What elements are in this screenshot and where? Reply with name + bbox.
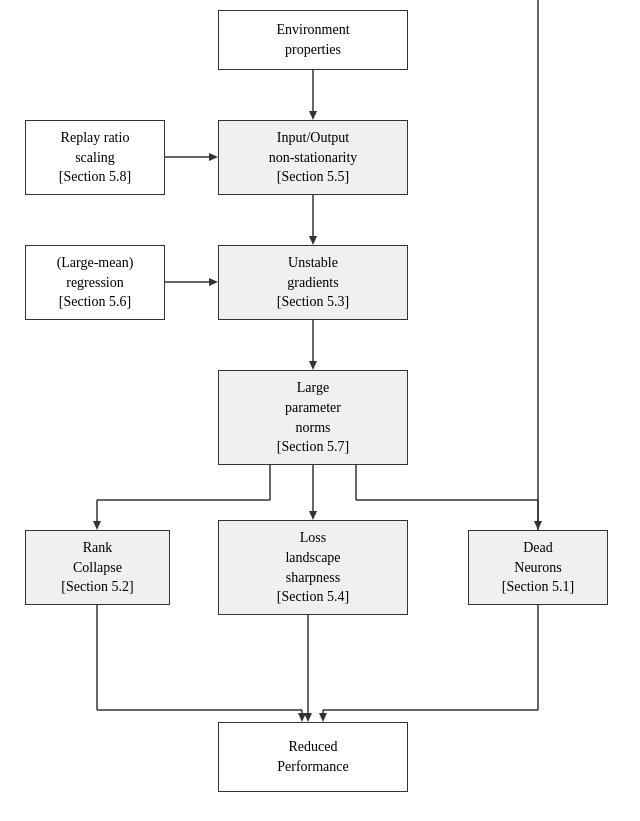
unstable-box: Unstablegradients[Section 5.3] — [218, 245, 408, 320]
replay-label: Replay ratioscaling[Section 5.8] — [59, 128, 131, 187]
env-box: Environmentproperties — [218, 10, 408, 70]
largenorm-box: Largeparameternorms[Section 5.7] — [218, 370, 408, 465]
svg-marker-19 — [534, 521, 542, 530]
replay-box: Replay ratioscaling[Section 5.8] — [25, 120, 165, 195]
largemean-box: (Large-mean)regression[Section 5.6] — [25, 245, 165, 320]
svg-marker-9 — [309, 361, 317, 370]
loss-box: Losslandscapesharpness[Section 5.4] — [218, 520, 408, 615]
svg-marker-25 — [304, 713, 312, 722]
svg-marker-30 — [319, 713, 327, 722]
svg-marker-15 — [309, 511, 317, 520]
io-box: Input/Outputnon-stationarity[Section 5.5… — [218, 120, 408, 195]
reduced-box: ReducedPerformance — [218, 722, 408, 792]
svg-marker-13 — [93, 521, 101, 530]
rank-box: RankCollapse[Section 5.2] — [25, 530, 170, 605]
largemean-label: (Large-mean)regression[Section 5.6] — [57, 253, 134, 312]
io-label: Input/Outputnon-stationarity[Section 5.5… — [269, 128, 358, 187]
dead-label: DeadNeurons[Section 5.1] — [502, 538, 574, 597]
loss-label: Losslandscapesharpness[Section 5.4] — [277, 528, 349, 606]
svg-marker-5 — [209, 153, 218, 161]
reduced-label: ReducedPerformance — [277, 737, 349, 776]
dead-box: DeadNeurons[Section 5.1] — [468, 530, 608, 605]
svg-marker-1 — [309, 111, 317, 120]
env-label: Environmentproperties — [276, 20, 349, 59]
largenorm-label: Largeparameternorms[Section 5.7] — [277, 378, 349, 456]
svg-marker-7 — [209, 278, 218, 286]
diagram: Environmentproperties Input/Outputnon-st… — [0, 0, 640, 821]
rank-label: RankCollapse[Section 5.2] — [61, 538, 133, 597]
unstable-label: Unstablegradients[Section 5.3] — [277, 253, 349, 312]
svg-marker-23 — [298, 713, 306, 722]
svg-marker-3 — [309, 236, 317, 245]
